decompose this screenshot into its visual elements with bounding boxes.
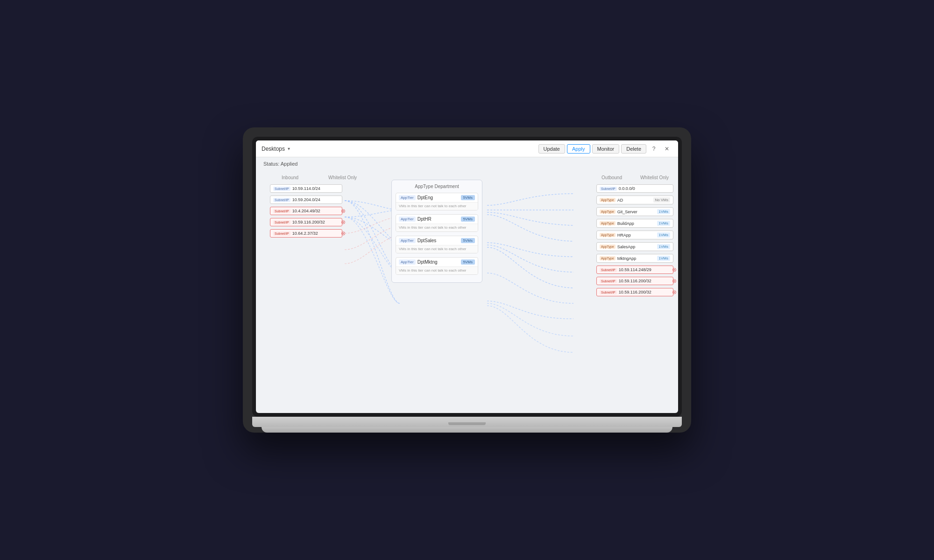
tier-dpteng-vms: 5VMs xyxy=(461,195,475,200)
outbound-text-err2: 10.59.116.200/32 xyxy=(619,279,670,283)
outbound-error-icon-3: ⊗ xyxy=(672,289,677,295)
laptop-frame: Desktops ▾ Update Apply Monitor Delete ?… xyxy=(243,127,691,433)
screen-bezel: Desktops ▾ Update Apply Monitor Delete ?… xyxy=(252,137,682,417)
outbound-badge-hr: AppType xyxy=(600,233,616,237)
laptop-foot xyxy=(262,427,672,433)
tier-dpthr-header: AppTier DptHR 5VMs xyxy=(396,215,478,224)
tier-dptmktng[interactable]: AppTier DptMktng 5VMs VMs in this tier c… xyxy=(396,257,478,275)
inbound-node-5[interactable]: Subnet/IP 10.64.2.37/32 ⊗ xyxy=(270,229,342,238)
inbound-text-5: 10.64.2.37/32 xyxy=(292,231,339,236)
inbound-node-4[interactable]: Subnet/IP 10.59.116.200/32 ⊗ xyxy=(270,218,342,226)
error-icon-5: ⊗ xyxy=(341,230,346,237)
inbound-text-4: 10.59.116.200/32 xyxy=(292,220,339,224)
tier-dpteng-badge: AppTier xyxy=(399,195,416,200)
outbound-text-sales: SalesApp xyxy=(617,245,655,249)
outbound-node-sales[interactable]: AppType SalesApp 1VMs xyxy=(596,242,673,251)
outbound-node-err2[interactable]: Subnet/IP 10.59.116.200/32 ⊗ xyxy=(596,277,673,285)
tier-dptsales-vms: 5VMs xyxy=(461,238,475,243)
title-dropdown-icon[interactable]: ▾ xyxy=(288,146,290,151)
app-title: Desktops xyxy=(262,146,285,152)
laptop-notch xyxy=(448,422,486,425)
inbound-badge-1: Subnet/IP xyxy=(273,187,290,191)
tier-dpthr-badge: AppTier xyxy=(399,217,416,222)
tier-dpteng-note: VMs in this tier can not talk to each ot… xyxy=(396,202,478,210)
outbound-badge-subnet: Subnet/IP xyxy=(600,187,617,191)
outbound-badge-mktng: AppType xyxy=(600,256,616,260)
inbound-nodes: Subnet/IP 10.59.114.0/24 Subnet/IP 10.59… xyxy=(270,184,342,240)
outbound-node-ad[interactable]: AppType AD No VMs xyxy=(596,196,673,204)
delete-button[interactable]: Delete xyxy=(621,144,646,154)
dept-box: AppType Department AppTier DptEng 5VMs V… xyxy=(391,180,482,283)
whitelist-only-inbound-label: Whitelist Only xyxy=(328,175,357,180)
outbound-text-git: Git_Server xyxy=(617,210,655,214)
outbound-count-build: 1VMs xyxy=(657,221,670,226)
monitor-button[interactable]: Monitor xyxy=(592,144,620,154)
outbound-node-git[interactable]: AppType Git_Server 1VMs xyxy=(596,207,673,216)
outbound-node-subnet[interactable]: Subnet/IP 0.0.0.0/0 xyxy=(596,184,673,193)
outbound-error-icon-1: ⊗ xyxy=(672,266,677,273)
inbound-badge-3: Subnet/IP xyxy=(273,209,290,213)
inbound-badge-2: Subnet/IP xyxy=(273,198,290,202)
tier-dptsales-badge: AppTier xyxy=(399,238,416,243)
tier-dptmktng-badge: AppTier xyxy=(399,259,416,265)
status-text: Status: Applied xyxy=(263,161,297,167)
outbound-text-ad: AD xyxy=(617,198,651,203)
tier-dptsales-header: AppTier DptSales 5VMs xyxy=(396,236,478,245)
dept-box-title: AppType Department xyxy=(396,184,478,189)
outbound-count-mktng: 1VMs xyxy=(657,256,670,261)
outbound-count-sales: 1VMs xyxy=(657,244,670,249)
error-icon-3: ⊗ xyxy=(341,208,346,214)
outbound-text-err3: 10.59.116.200/32 xyxy=(619,290,670,294)
tier-dpthr-note: VMs in this tier can not talk to each ot… xyxy=(396,224,478,231)
close-icon[interactable]: ✕ xyxy=(661,143,672,154)
inbound-text-1: 10.59.114.0/24 xyxy=(292,186,339,191)
outbound-badge-sales: AppType xyxy=(600,245,616,249)
screen: Desktops ▾ Update Apply Monitor Delete ?… xyxy=(256,140,678,413)
help-icon[interactable]: ? xyxy=(648,143,659,154)
tier-dpteng[interactable]: AppTier DptEng 5VMs VMs in this tier can… xyxy=(396,193,478,210)
outbound-node-build[interactable]: AppType BuildApp 1VMs xyxy=(596,219,673,228)
inbound-label: Inbound xyxy=(282,175,298,180)
tier-dptsales-note: VMs in this tier can not talk to each ot… xyxy=(396,245,478,253)
tier-dptsales[interactable]: AppTier DptSales 5VMs VMs in this tier c… xyxy=(396,236,478,253)
tier-dpthr-name: DptHR xyxy=(417,217,459,222)
tier-dpteng-header: AppTier DptEng 5VMs xyxy=(396,193,478,202)
inbound-text-2: 10.59.204.0/24 xyxy=(292,197,339,202)
outbound-error-icon-2: ⊗ xyxy=(672,278,677,284)
update-button[interactable]: Update xyxy=(538,144,565,154)
inbound-node-3[interactable]: Subnet/IP 10.4.204.49/32 ⊗ xyxy=(270,207,342,215)
inbound-node-2[interactable]: Subnet/IP 10.59.204.0/24 xyxy=(270,196,342,204)
outbound-text-build: BuildApp xyxy=(617,221,655,226)
error-icon-4: ⊗ xyxy=(341,219,346,225)
tier-dptmktng-name: DptMktng xyxy=(417,259,459,265)
tier-dptmktng-vms: 5VMs xyxy=(461,259,475,265)
tier-dpteng-name: DptEng xyxy=(417,195,459,200)
outbound-text-err1: 10.59.114.248/29 xyxy=(619,267,670,272)
inbound-badge-4: Subnet/IP xyxy=(273,220,290,224)
outbound-badge-ad: AppType xyxy=(600,198,616,202)
tier-dpthr[interactable]: AppTier DptHR 5VMs VMs in this tier can … xyxy=(396,214,478,232)
tier-dptmktng-note: VMs in this tier can not talk to each ot… xyxy=(396,266,478,274)
titlebar: Desktops ▾ Update Apply Monitor Delete ?… xyxy=(256,140,678,157)
outbound-count-hr: 1VMs xyxy=(657,232,670,238)
outbound-text-hr: HRApp xyxy=(617,233,655,238)
inbound-node-1[interactable]: Subnet/IP 10.59.114.0/24 xyxy=(270,184,342,193)
titlebar-left: Desktops ▾ xyxy=(262,146,290,152)
canvas-area: Inbound Whitelist Only Outbound Whitelis… xyxy=(256,170,678,413)
outbound-badge-build: AppType xyxy=(600,221,616,225)
outbound-badge-err2: Subnet/IP xyxy=(600,279,617,283)
status-bar: Status: Applied xyxy=(256,157,678,170)
outbound-node-hr[interactable]: AppType HRApp 1VMs xyxy=(596,231,673,239)
outbound-label: Outbound xyxy=(601,175,622,180)
titlebar-right: Update Apply Monitor Delete ? ✕ xyxy=(538,143,673,154)
outbound-node-err1[interactable]: Subnet/IP 10.59.114.248/29 ⊗ xyxy=(596,266,673,274)
outbound-node-err3[interactable]: Subnet/IP 10.59.116.200/32 ⊗ xyxy=(596,288,673,296)
outbound-count-ad: No VMs xyxy=(653,197,670,203)
outbound-node-mktng[interactable]: AppType MktngApp 1VMs xyxy=(596,254,673,263)
apply-button[interactable]: Apply xyxy=(567,144,590,154)
outbound-text-mktng: MktngApp xyxy=(617,256,655,261)
whitelist-only-outbound-label: Whitelist Only xyxy=(640,175,669,180)
outbound-count-git: 1VMs xyxy=(657,209,670,214)
inbound-text-3: 10.4.204.49/32 xyxy=(292,209,339,213)
tier-dptsales-name: DptSales xyxy=(417,238,459,243)
